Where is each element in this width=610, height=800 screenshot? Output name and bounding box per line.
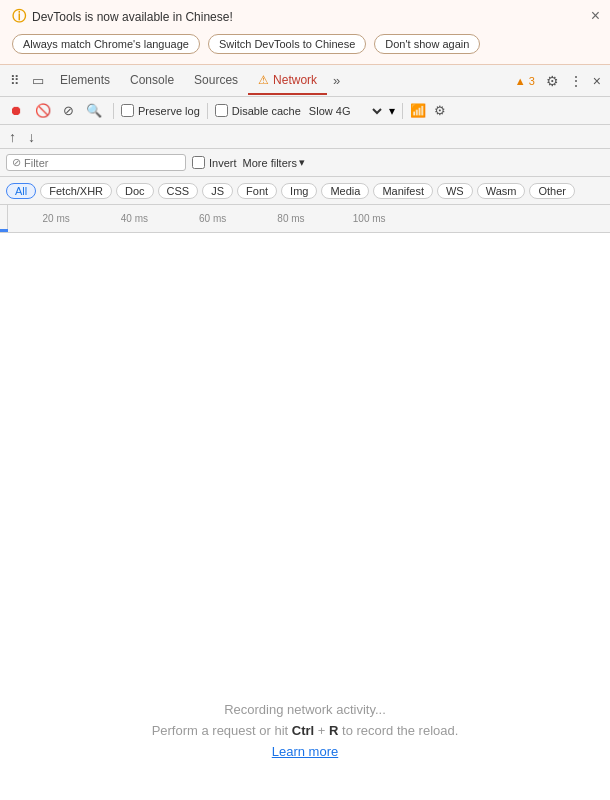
- filter-input-wrapper: ⊘: [6, 154, 186, 171]
- preserve-log-label[interactable]: Preserve log: [121, 104, 200, 117]
- more-filters-button[interactable]: More filters ▾: [243, 156, 305, 169]
- network-settings-button[interactable]: ⚙: [430, 101, 450, 120]
- search-button[interactable]: 🔍: [82, 101, 106, 120]
- filter-funnel-icon: ⊘: [12, 156, 21, 169]
- throttle-arrow-icon: ▾: [389, 104, 395, 118]
- import-button[interactable]: ↑: [6, 128, 19, 146]
- notification-text: DevTools is now available in Chinese!: [32, 10, 233, 24]
- notification-title: ⓘ DevTools is now available in Chinese!: [12, 8, 598, 26]
- warning-badge-button[interactable]: ▲ 3: [509, 75, 541, 87]
- devtools-more-button[interactable]: ⋮: [564, 69, 588, 93]
- type-pill-css[interactable]: CSS: [158, 183, 199, 199]
- network-log-area: [0, 233, 610, 483]
- tab-sources[interactable]: Sources: [184, 67, 248, 95]
- disable-cache-label[interactable]: Disable cache: [215, 104, 301, 117]
- type-pill-js[interactable]: JS: [202, 183, 233, 199]
- close-banner-button[interactable]: ×: [591, 8, 600, 24]
- learn-more-link[interactable]: Learn more: [272, 744, 338, 759]
- tab-network[interactable]: ⚠Network: [248, 67, 327, 95]
- type-pill-font[interactable]: Font: [237, 183, 277, 199]
- type-pill-manifest[interactable]: Manifest: [373, 183, 433, 199]
- ctrl-key: Ctrl: [292, 723, 314, 738]
- always-match-button[interactable]: Always match Chrome's language: [12, 34, 200, 54]
- disable-cache-checkbox[interactable]: [215, 104, 228, 117]
- invert-label[interactable]: Invert: [192, 156, 237, 169]
- type-filter-row: All Fetch/XHR Doc CSS JS Font Img Media …: [0, 177, 610, 205]
- type-pill-doc[interactable]: Doc: [116, 183, 154, 199]
- devtools-close-button[interactable]: ×: [588, 69, 606, 93]
- network-toolbar: ⏺ 🚫 ⊘ 🔍 Preserve log Disable cache No th…: [0, 97, 610, 125]
- throttle-select[interactable]: No throttling Slow 4G Slow 4G Fast 4G 3G…: [305, 104, 385, 118]
- timeline-markers: 20 ms 40 ms 60 ms 80 ms 100 ms: [8, 205, 610, 232]
- timeline-marker-40ms: 40 ms: [121, 213, 148, 224]
- network-warning-icon: ⚠: [258, 73, 269, 87]
- clear-button[interactable]: 🚫: [31, 101, 55, 120]
- type-pill-ws[interactable]: WS: [437, 183, 473, 199]
- empty-state: Recording network activity... Perform a …: [0, 483, 610, 800]
- timeline-bar-highlight: [0, 229, 8, 232]
- wifi-icon: 📶: [410, 103, 426, 118]
- type-pill-img[interactable]: Img: [281, 183, 317, 199]
- select-icon: ⠿: [10, 73, 20, 88]
- more-tabs-button[interactable]: »: [327, 69, 346, 92]
- separator-3: [402, 103, 403, 119]
- timeline-marker-20ms: 20 ms: [43, 213, 70, 224]
- notification-banner: ⓘ DevTools is now available in Chinese! …: [0, 0, 610, 65]
- filter-button[interactable]: ⊘: [59, 101, 78, 120]
- filter-row: ⊘ Invert More filters ▾: [0, 149, 610, 177]
- dont-show-again-button[interactable]: Don't show again: [374, 34, 480, 54]
- select-tool-button[interactable]: ⠿: [4, 69, 26, 92]
- export-button[interactable]: ↓: [25, 128, 38, 146]
- record-button[interactable]: ⏺: [6, 101, 27, 120]
- devtools-tabs: ⠿ ▭ Elements Console Sources ⚠Network » …: [0, 65, 610, 97]
- switch-devtools-button[interactable]: Switch DevTools to Chinese: [208, 34, 366, 54]
- recording-text: Recording network activity...: [224, 702, 386, 717]
- info-icon: ⓘ: [12, 8, 26, 26]
- perform-text: Perform a request or hit Ctrl + R to rec…: [152, 723, 459, 738]
- devtools-settings-button[interactable]: ⚙: [541, 69, 564, 93]
- tab-elements[interactable]: Elements: [50, 67, 120, 95]
- device-toolbar-button[interactable]: ▭: [26, 69, 50, 92]
- timeline-marker-80ms: 80 ms: [277, 213, 304, 224]
- filter-input[interactable]: [24, 157, 164, 169]
- type-pill-fetch-xhr[interactable]: Fetch/XHR: [40, 183, 112, 199]
- invert-checkbox[interactable]: [192, 156, 205, 169]
- type-pill-media[interactable]: Media: [321, 183, 369, 199]
- timeline-left-col: [0, 205, 8, 232]
- type-pill-other[interactable]: Other: [529, 183, 575, 199]
- r-key: R: [329, 723, 338, 738]
- timeline-marker-100ms: 100 ms: [353, 213, 386, 224]
- notification-buttons: Always match Chrome's language Switch De…: [12, 34, 598, 54]
- type-pill-all[interactable]: All: [6, 183, 36, 199]
- separator-2: [207, 103, 208, 119]
- import-export-toolbar: ↑ ↓: [0, 125, 610, 149]
- tab-console[interactable]: Console: [120, 67, 184, 95]
- device-icon: ▭: [32, 73, 44, 88]
- timeline-marker-60ms: 60 ms: [199, 213, 226, 224]
- more-filters-arrow-icon: ▾: [299, 156, 305, 169]
- type-pill-wasm[interactable]: Wasm: [477, 183, 526, 199]
- preserve-log-checkbox[interactable]: [121, 104, 134, 117]
- separator-1: [113, 103, 114, 119]
- timeline-header: 20 ms 40 ms 60 ms 80 ms 100 ms: [0, 205, 610, 233]
